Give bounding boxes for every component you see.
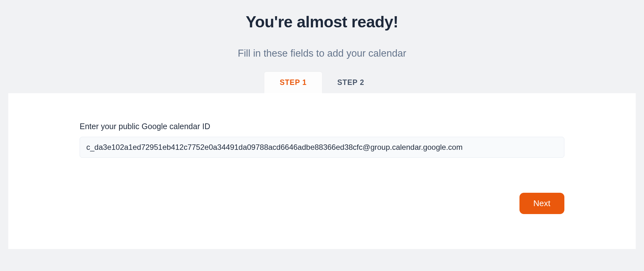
calendar-id-input[interactable] [80, 137, 564, 158]
tab-step-2[interactable]: STEP 2 [322, 72, 380, 93]
calendar-id-label: Enter your public Google calendar ID [80, 122, 564, 131]
next-button[interactable]: Next [519, 193, 564, 214]
step-tabs: STEP 1 STEP 2 [0, 72, 644, 93]
page-title: You're almost ready! [0, 13, 644, 31]
form-card: Enter your public Google calendar ID Nex… [8, 93, 636, 249]
page-subtitle: Fill in these fields to add your calenda… [0, 48, 644, 59]
tab-step-1[interactable]: STEP 1 [264, 72, 322, 93]
